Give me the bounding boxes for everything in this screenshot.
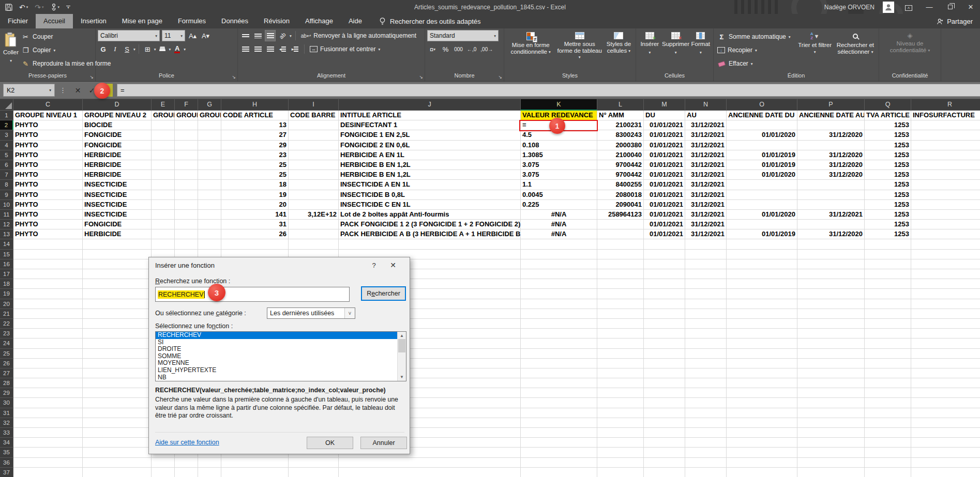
cell-J37[interactable]: [339, 468, 521, 477]
cell-K8[interactable]: 1.1: [521, 180, 597, 190]
cell-O30[interactable]: [727, 398, 797, 408]
share-button[interactable]: Partager: [936, 14, 980, 28]
cell-N20[interactable]: [685, 299, 727, 309]
row-header-18[interactable]: 18: [0, 279, 13, 289]
cell-M15[interactable]: [644, 250, 685, 259]
cell-I6[interactable]: [289, 160, 339, 170]
cell-J7[interactable]: HERBICIDE B EN 1,2L: [339, 170, 521, 180]
cell-C6[interactable]: PHYTO: [13, 160, 83, 170]
cell-Q30[interactable]: [865, 398, 911, 408]
cell-G3[interactable]: [198, 130, 221, 140]
cell-D16[interactable]: [83, 259, 152, 269]
cell-C5[interactable]: PHYTO: [13, 150, 83, 160]
row-header-10[interactable]: 10: [0, 200, 13, 210]
cell-H11[interactable]: 141: [221, 210, 289, 220]
cell-L12[interactable]: [597, 220, 644, 229]
cell-F13[interactable]: [175, 229, 198, 239]
font-family-select[interactable]: Calibri▾: [98, 30, 160, 41]
tab-revision[interactable]: Révision: [256, 14, 297, 28]
cell-H6[interactable]: 25: [221, 160, 289, 170]
dialog-launcher-icon[interactable]: ↘: [419, 75, 423, 80]
cell-K28[interactable]: [521, 378, 597, 388]
tab-donnees[interactable]: Données: [214, 14, 256, 28]
cell-C15[interactable]: [13, 250, 83, 259]
cell-I36[interactable]: [289, 458, 339, 468]
cell-M22[interactable]: [644, 319, 685, 329]
dialog-launcher-icon[interactable]: ↘: [498, 75, 502, 80]
cell-O20[interactable]: [727, 299, 797, 309]
cell-D22[interactable]: [83, 319, 152, 329]
chevron-down-icon[interactable]: ˅: [344, 308, 355, 318]
cell-H4[interactable]: 29: [221, 141, 289, 150]
cell-G6[interactable]: [198, 160, 221, 170]
cell-P6[interactable]: 31/12/2020: [797, 160, 865, 170]
cell-E8[interactable]: [152, 180, 175, 190]
cell-P3[interactable]: 31/12/2020: [797, 130, 865, 140]
cell-L21[interactable]: [597, 309, 644, 319]
cell-D19[interactable]: [83, 289, 152, 299]
close-button[interactable]: ✕: [964, 3, 977, 11]
cell-M19[interactable]: [644, 289, 685, 299]
cell-M12[interactable]: 01/01/2021: [644, 220, 685, 229]
cell-H10[interactable]: 20: [221, 200, 289, 210]
column-header-I[interactable]: I: [289, 99, 339, 111]
cell-N24[interactable]: [685, 338, 727, 348]
tab-insertion[interactable]: Insertion: [73, 14, 114, 28]
cell-J8[interactable]: INSECTICIDE A EN 1L: [339, 180, 521, 190]
ribbon-display-options-button[interactable]: ˄: [902, 3, 915, 11]
align-bottom-button[interactable]: [265, 30, 276, 41]
column-header-J[interactable]: J: [339, 99, 521, 111]
cell-M18[interactable]: [644, 279, 685, 289]
autosum-button[interactable]: ΣSomme automatique▾: [716, 30, 795, 43]
cell-G12[interactable]: [198, 220, 221, 229]
cell-N31[interactable]: [685, 408, 727, 418]
cell-O4[interactable]: [727, 141, 797, 150]
cell-H7[interactable]: 25: [221, 170, 289, 180]
cell-K17[interactable]: [521, 269, 597, 279]
cell-R28[interactable]: [911, 378, 980, 388]
cell-P9[interactable]: [797, 190, 865, 200]
cell-K32[interactable]: [521, 418, 597, 428]
cell-N15[interactable]: [685, 250, 727, 259]
cell-K23[interactable]: [521, 329, 597, 338]
cell-Q25[interactable]: [865, 349, 911, 359]
cell-Q11[interactable]: 1253: [865, 210, 911, 220]
cell-R31[interactable]: [911, 408, 980, 418]
cell-R35[interactable]: [911, 448, 980, 457]
cell-N2[interactable]: 31/12/2021: [685, 120, 727, 130]
cell-M4[interactable]: 01/01/2021: [644, 141, 685, 150]
cell-K26[interactable]: [521, 359, 597, 368]
cell-F10[interactable]: [175, 200, 198, 210]
cell-R7[interactable]: 0: [911, 170, 980, 180]
cell-H9[interactable]: 19: [221, 190, 289, 200]
conditional-formatting-button[interactable]: ≠ Mise en forme conditionnelle ▾: [506, 30, 555, 71]
cell-K10[interactable]: 0.225: [521, 200, 597, 210]
cell-J4[interactable]: FONGICIDE 2 EN 0,6L: [339, 141, 521, 150]
cell-E5[interactable]: [152, 150, 175, 160]
restore-button[interactable]: [944, 3, 956, 11]
tab-fichier[interactable]: Fichier: [0, 14, 36, 28]
cell-J3[interactable]: FONGICIDE 1 EN 2,5L: [339, 130, 521, 140]
cell-I4[interactable]: [289, 141, 339, 150]
cell-R9[interactable]: 0: [911, 190, 980, 200]
column-header-D[interactable]: D: [83, 99, 152, 111]
cell-L11[interactable]: 258964123: [597, 210, 644, 220]
cell-C26[interactable]: [13, 359, 83, 368]
cell-C25[interactable]: [13, 349, 83, 359]
cell-O5[interactable]: 01/01/2019: [727, 150, 797, 160]
cell-C13[interactable]: PHYTO: [13, 229, 83, 239]
row-header-36[interactable]: 36: [0, 458, 13, 468]
row-header-2[interactable]: 2: [0, 120, 13, 130]
row-header-27[interactable]: 27: [0, 368, 13, 378]
function-list-item[interactable]: MOYENNE: [156, 360, 406, 367]
cell-M20[interactable]: [644, 299, 685, 309]
cell-L30[interactable]: [597, 398, 644, 408]
cell-J5[interactable]: HERBICIDE A EN 1L: [339, 150, 521, 160]
cell-H1[interactable]: CODE ARTICLE: [221, 111, 289, 120]
cell-Q4[interactable]: 1253: [865, 141, 911, 150]
cell-L10[interactable]: 2090041: [597, 200, 644, 210]
cell-E11[interactable]: [152, 210, 175, 220]
cell-P7[interactable]: 31/12/2020: [797, 170, 865, 180]
cell-F1[interactable]: GROUI: [175, 111, 198, 120]
cell-P10[interactable]: [797, 200, 865, 210]
